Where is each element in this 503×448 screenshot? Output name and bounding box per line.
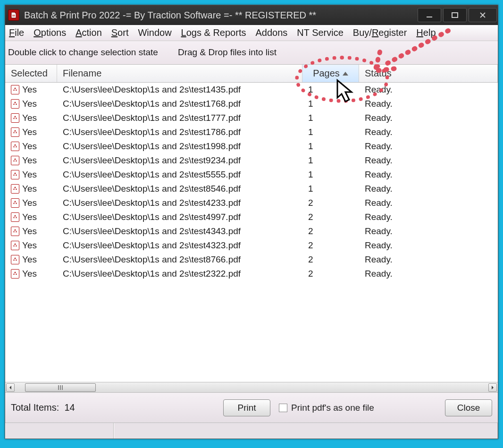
- column-filename[interactable]: Filename: [57, 65, 302, 82]
- pdf-icon: [11, 241, 19, 250]
- total-items-label: Total Items: 14: [11, 402, 152, 413]
- selected-value: Yes: [22, 212, 37, 222]
- cell-status: Ready.: [359, 85, 498, 95]
- menu-action[interactable]: Action: [75, 27, 102, 38]
- menu-help[interactable]: Help: [416, 27, 436, 38]
- scroll-track[interactable]: [16, 383, 487, 392]
- scroll-right-button[interactable]: [488, 383, 497, 392]
- table-row[interactable]: YesC:\Users\lee\Desktop\1s and 2s\test17…: [5, 125, 498, 139]
- cell-pages: 2: [302, 240, 359, 251]
- cell-selected: Yes: [5, 269, 57, 279]
- cell-pages: 1: [302, 184, 359, 194]
- footer-bar: Total Items: 14 Print Print pdf's as one…: [5, 392, 498, 423]
- table-row[interactable]: YesC:\Users\lee\Desktop\1s and 2s\test42…: [5, 196, 498, 210]
- table-row[interactable]: YesC:\Users\lee\Desktop\1s and 2s\test43…: [5, 224, 498, 238]
- cell-status: Ready.: [359, 155, 498, 166]
- cell-selected: Yes: [5, 226, 57, 237]
- close-button[interactable]: Close: [445, 399, 492, 416]
- maximize-button[interactable]: [443, 8, 467, 22]
- pdf-icon: [11, 142, 19, 151]
- selected-value: Yes: [22, 113, 37, 123]
- menubar: FileOptionsActionSortWindowLogs & Report…: [5, 25, 498, 41]
- cell-status: Ready.: [359, 141, 498, 152]
- menu-options[interactable]: Options: [34, 27, 66, 38]
- table-row[interactable]: YesC:\Users\lee\Desktop\1s and 2s\test55…: [5, 168, 498, 182]
- svg-point-7: [14, 131, 16, 133]
- svg-point-5: [14, 103, 16, 105]
- horizontal-scrollbar[interactable]: [5, 382, 498, 392]
- selected-value: Yes: [22, 141, 37, 152]
- selected-value: Yes: [22, 169, 37, 180]
- selected-value: Yes: [22, 85, 37, 95]
- pdf-icon: [11, 85, 19, 94]
- table-row[interactable]: YesC:\Users\lee\Desktop\1s and 2s\test23…: [5, 267, 498, 281]
- app-icon: [8, 9, 19, 21]
- column-selected[interactable]: Selected: [5, 65, 57, 82]
- table-row[interactable]: YesC:\Users\lee\Desktop\1s and 2s\test19…: [5, 139, 498, 153]
- table-row[interactable]: YesC:\Users\lee\Desktop\1s and 2s\test49…: [5, 210, 498, 224]
- cell-selected: Yes: [5, 113, 57, 123]
- menu-file[interactable]: File: [9, 27, 24, 38]
- cell-pages: 1: [302, 85, 359, 95]
- titlebar[interactable]: Batch & Print Pro 2022 -= By Traction So…: [5, 5, 498, 25]
- table-row[interactable]: YesC:\Users\lee\Desktop\1s and 2s\test17…: [5, 97, 498, 111]
- selected-value: Yes: [22, 226, 37, 237]
- cell-pages: 2: [302, 198, 359, 208]
- selected-value: Yes: [22, 198, 37, 208]
- cell-status: Ready.: [359, 169, 498, 180]
- scroll-left-button[interactable]: [6, 383, 15, 392]
- pdf-icon: [11, 170, 19, 179]
- cell-selected: Yes: [5, 240, 57, 251]
- pdf-icon: [11, 255, 19, 264]
- scroll-thumb[interactable]: [25, 383, 96, 392]
- table-row[interactable]: YesC:\Users\lee\Desktop\1s and 2s\test43…: [5, 238, 498, 253]
- pdf-icon: [11, 227, 19, 236]
- cell-pages: 2: [302, 212, 359, 222]
- svg-point-10: [14, 174, 16, 176]
- pdf-icon: [11, 269, 19, 279]
- list-header: Selected Filename Pages Status: [5, 65, 498, 83]
- cell-filename: C:\Users\lee\Desktop\1s and 2s\test4233.…: [57, 198, 302, 208]
- pdf-icon: [11, 198, 19, 208]
- menu-logs-reports[interactable]: Logs & Reports: [181, 27, 246, 38]
- cell-pages: 1: [302, 113, 359, 123]
- print-as-one-checkbox[interactable]: Print pdf's as one file: [279, 403, 374, 413]
- table-row[interactable]: YesC:\Users\lee\Desktop\1s and 2s\test92…: [5, 153, 498, 168]
- table-row[interactable]: YesC:\Users\lee\Desktop\1s and 2s\test17…: [5, 111, 498, 125]
- column-status[interactable]: Status: [359, 65, 498, 82]
- cell-selected: Yes: [5, 141, 57, 152]
- table-row[interactable]: YesC:\Users\lee\Desktop\1s and 2s\test14…: [5, 83, 498, 97]
- sort-ascending-icon: [343, 72, 348, 76]
- cell-filename: C:\Users\lee\Desktop\1s and 2s\test4323.…: [57, 240, 302, 251]
- menu-sort[interactable]: Sort: [111, 27, 129, 38]
- cell-selected: Yes: [5, 99, 57, 109]
- print-button[interactable]: Print: [223, 399, 270, 416]
- cell-filename: C:\Users\lee\Desktop\1s and 2s\test1768.…: [57, 99, 302, 109]
- menu-nt-service[interactable]: NT Service: [297, 27, 344, 38]
- cell-pages: 2: [302, 269, 359, 279]
- cell-status: Ready.: [359, 226, 498, 237]
- cell-selected: Yes: [5, 198, 57, 208]
- table-row[interactable]: YesC:\Users\lee\Desktop\1s and 2s\test85…: [5, 182, 498, 196]
- cell-filename: C:\Users\lee\Desktop\1s and 2s\test5555.…: [57, 169, 302, 180]
- cell-filename: C:\Users\lee\Desktop\1s and 2s\test8546.…: [57, 184, 302, 194]
- cell-filename: C:\Users\lee\Desktop\1s and 2s\test1998.…: [57, 141, 302, 152]
- menu-buy-register[interactable]: Buy/Register: [353, 27, 407, 38]
- table-row[interactable]: YesC:\Users\lee\Desktop\1s and 2s\test87…: [5, 253, 498, 267]
- cell-selected: Yes: [5, 155, 57, 166]
- menu-window[interactable]: Window: [138, 27, 171, 38]
- selected-value: Yes: [22, 155, 37, 166]
- status-pane-1: [5, 423, 114, 439]
- column-pages[interactable]: Pages: [302, 65, 359, 82]
- svg-rect-1: [452, 13, 458, 17]
- pdf-icon: [11, 113, 19, 123]
- list-body[interactable]: YesC:\Users\lee\Desktop\1s and 2s\test14…: [5, 83, 498, 382]
- cell-selected: Yes: [5, 212, 57, 222]
- selected-value: Yes: [22, 240, 37, 251]
- menu-addons[interactable]: Addons: [255, 27, 287, 38]
- cell-status: Ready.: [359, 99, 498, 109]
- close-window-button[interactable]: [469, 8, 497, 22]
- minimize-button[interactable]: [418, 8, 441, 22]
- selected-value: Yes: [22, 254, 37, 265]
- svg-point-12: [14, 202, 16, 204]
